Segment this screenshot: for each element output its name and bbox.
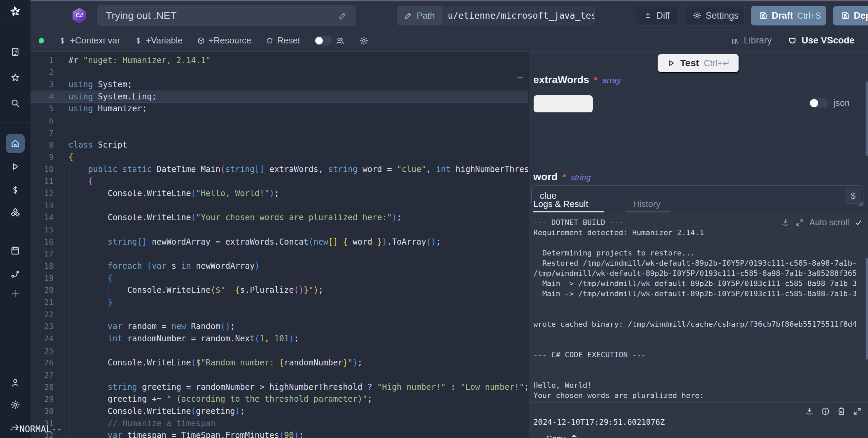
code-line-4: 4using System.Linq; — [31, 91, 528, 103]
info-icon[interactable] — [821, 407, 830, 416]
code-line-9: 9{ — [31, 151, 528, 163]
code-editor[interactable]: 1#r "nuget: Humanizer, 2.14.1"23using Sy… — [31, 52, 528, 438]
logs-controls: Auto scroll — [781, 217, 863, 227]
draft-shortcut: Ctrl+S — [797, 11, 821, 21]
vim-mode-indicator: --NORMAL-- — [9, 424, 62, 434]
add-variable-button[interactable]: +Variable — [134, 35, 183, 46]
windmill-script-editor: C# Trying out .NET Path u/etienne/micros… — [0, 0, 868, 438]
download-icon[interactable] — [805, 407, 814, 416]
code-line-7: 7 — [31, 127, 528, 139]
sidebar-item-schedules[interactable] — [10, 246, 20, 256]
line-number: 24 — [31, 334, 54, 343]
sidebar-item-favorites[interactable] — [10, 73, 20, 83]
sidebar-item-search[interactable] — [10, 98, 20, 108]
sidebar-item-variables[interactable] — [10, 185, 20, 195]
run-preview-panel: Test Ctrl+↵ extraWords* array Add item j… — [528, 52, 868, 438]
library-button[interactable]: Library — [731, 35, 772, 46]
sidebar-item-user[interactable] — [10, 378, 20, 388]
deploy-button[interactable]: Deploy — [833, 6, 868, 25]
add-item-button[interactable]: Add item — [533, 95, 593, 113]
tab-logs-result[interactable]: Logs & Result — [533, 199, 588, 212]
expand-icon[interactable] — [853, 407, 862, 416]
dollar-icon — [134, 37, 142, 45]
windmill-logo[interactable] — [7, 4, 23, 19]
json-toggle[interactable] — [809, 98, 828, 108]
settings-button[interactable]: Settings — [685, 6, 745, 25]
panel-scrollbar[interactable] — [866, 81, 868, 156]
copy-result-button[interactable]: Copy — [546, 434, 578, 438]
code-line-11: 11 { — [31, 175, 528, 188]
editor-toolbar: +Context var +Variable +Resource Reset L… — [31, 30, 868, 52]
log-line: Main -> /tmp/windmill/wk-default-89p2b-I… — [529, 289, 868, 300]
code-line-27: 27 — [31, 369, 528, 381]
log-line — [529, 361, 868, 371]
edit-title-icon[interactable] — [338, 11, 347, 20]
test-shortcut: Ctrl+↵ — [704, 58, 730, 69]
code-line-19: 19 { — [31, 272, 528, 284]
code-line-12: 12 Console.WriteLine("Hello, World!"); — [31, 187, 528, 199]
code-line-5: 5using Humanizer; — [31, 103, 528, 115]
play-icon — [667, 59, 675, 68]
gear-icon — [359, 36, 369, 45]
sidebar-item-home[interactable] — [10, 138, 20, 149]
autoscroll-label[interactable]: Auto scroll — [809, 217, 849, 227]
code-line-15: 15 — [31, 224, 528, 236]
script-title: Trying out .NET — [106, 10, 338, 21]
code-line-1: 1#r "nuget: Humanizer, 2.14.1" — [31, 54, 528, 66]
sidebar-divider — [0, 122, 31, 122]
reset-button[interactable]: Reset — [265, 35, 300, 46]
sidebar-item-workspace[interactable] — [10, 47, 20, 57]
line-number: 29 — [31, 395, 54, 403]
diff-button[interactable]: Diff — [636, 6, 678, 25]
log-line — [529, 300, 868, 310]
check-icon — [854, 218, 863, 227]
sidebar-item-flows[interactable] — [10, 269, 20, 279]
code-line-31: 31 // Humanize a timespan — [31, 417, 528, 430]
log-line: Determining projects to restore... — [529, 249, 868, 259]
draft-button[interactable]: Draft Ctrl+S — [751, 6, 826, 25]
sidebar-item-resources[interactable] — [10, 208, 20, 218]
logs-scrollbar[interactable] — [866, 258, 868, 360]
sidebar-divider — [0, 23, 31, 23]
line-number: 30 — [31, 407, 54, 416]
tab-history[interactable]: History — [633, 199, 660, 212]
code-line-22: 22 — [31, 308, 528, 321]
path-value: u/etienne/microsoft_java_test — [442, 6, 595, 25]
code-line-23: 23 var random = new Random(); — [31, 320, 528, 332]
log-line — [529, 239, 868, 249]
line-number: 10 — [31, 165, 54, 174]
add-context-var-button[interactable]: +Context var — [58, 35, 120, 46]
test-button[interactable]: Test Ctrl+↵ — [657, 54, 739, 73]
field-label-extrawords: extraWords* array — [533, 74, 621, 85]
sidebar-item-settings[interactable] — [10, 400, 20, 410]
code-line-3: 3using System; — [31, 78, 528, 91]
field-label-word: word* string — [533, 171, 591, 183]
json-toggle-label: json — [833, 98, 850, 108]
plus-icon — [540, 100, 548, 108]
code-line-20: 20 Console.WriteLine($" {s.Pluralize()}"… — [31, 284, 528, 296]
log-line: --- C# CODE EXECUTION --- — [529, 350, 868, 361]
csharp-language-badge: C# — [73, 8, 86, 23]
line-number: 11 — [31, 177, 54, 186]
clipboard-icon[interactable] — [837, 407, 846, 416]
library-icon — [731, 36, 739, 45]
download-logs-icon[interactable] — [781, 218, 790, 227]
line-number: 12 — [31, 189, 54, 198]
sidebar — [0, 0, 31, 438]
use-vscode-button[interactable]: Use VScode — [787, 35, 854, 46]
editor-scrollbar[interactable] — [517, 77, 523, 78]
sidebar-item-create[interactable] — [10, 288, 20, 299]
code-line-30: 30 Console.WriteLine(greeting); — [31, 405, 528, 417]
expand-logs-icon[interactable] — [795, 218, 804, 227]
line-number: 19 — [31, 274, 54, 283]
code-line-16: 16 string[] newWordArray = extraWords.Co… — [31, 236, 528, 248]
line-number: 17 — [31, 249, 54, 258]
edit-path-icon[interactable] — [404, 11, 413, 20]
add-resource-button[interactable]: +Resource — [197, 35, 251, 46]
path-field[interactable]: Path u/etienne/microsoft_java_test — [397, 6, 595, 25]
multiplayer-toggle[interactable] — [314, 36, 345, 45]
log-line: Restored /tmp/windmill/wk-default-89p2b-… — [529, 259, 868, 269]
sidebar-item-runs[interactable] — [10, 161, 20, 172]
editor-settings-button[interactable] — [359, 36, 369, 45]
script-title-input[interactable]: Trying out .NET — [97, 5, 356, 26]
